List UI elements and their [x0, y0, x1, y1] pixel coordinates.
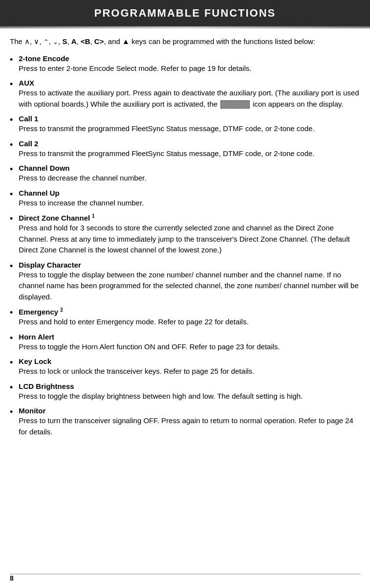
item-content: 2-tone Encode Press to enter 2-tone Enco…	[19, 54, 360, 74]
item-description: Press to toggle the display brightness b…	[19, 391, 360, 402]
bullet-icon: •	[10, 407, 13, 417]
bullet-icon: •	[10, 333, 13, 343]
bullet-icon: •	[10, 214, 13, 224]
item-description: Press and hold to enter Emergency mode. …	[19, 317, 360, 328]
list-item: • Horn Alert Press to toggle the Horn Al…	[10, 333, 360, 353]
bullet-icon: •	[10, 189, 13, 200]
page-number: 8	[10, 574, 14, 582]
list-item: • Monitor Press to turn the transceiver …	[10, 407, 360, 437]
item-title: Horn Alert	[19, 333, 54, 341]
item-title: Call 1	[19, 114, 38, 123]
intro-keys: ∧, ∨, ⌃, ⌄, S, A, <B, C>, and ▲	[24, 37, 130, 45]
item-title: Direct Zone Channel 1	[19, 214, 95, 222]
item-description: Press and hold for 3 seconds to store th…	[19, 223, 360, 256]
bullet-icon: •	[10, 79, 13, 90]
item-description: Press to lock or unlock the transceiver …	[19, 366, 360, 377]
item-description: Press to increase the channel number.	[19, 198, 360, 209]
item-description: Press to toggle the Horn Alert function …	[19, 341, 360, 353]
bullet-icon: •	[10, 55, 13, 65]
item-title: 2-tone Encode	[19, 54, 69, 63]
intro-text-before: The	[10, 37, 24, 45]
item-description: Press to activate the auxiliary port. Pr…	[19, 88, 360, 110]
list-item: • LCD Brightness Press to toggle the dis…	[10, 382, 360, 402]
list-item: • Channel Down Press to decrease the cha…	[10, 164, 360, 184]
item-content: Key Lock Press to lock or unlock the tra…	[19, 357, 360, 377]
item-title: AUX	[19, 79, 34, 87]
aux-display-icon: ▓▓▓▓▓▓▓▓	[220, 100, 249, 109]
item-description: Press to decrease the channel number.	[19, 173, 360, 184]
bottom-rule	[10, 574, 360, 574]
item-title: Emergency 2	[19, 308, 63, 316]
item-content: Monitor Press to turn the transceiver si…	[19, 407, 360, 437]
item-description: Press to transmit the programmed FleetSy…	[19, 148, 360, 159]
item-description: Press to toggle the display between the …	[19, 270, 360, 303]
item-content: Display Character Press to toggle the di…	[19, 261, 360, 303]
bullet-icon: •	[10, 308, 13, 318]
item-content: Channel Down Press to decrease the chann…	[19, 164, 360, 184]
bullet-icon: •	[10, 115, 13, 125]
bullet-icon: •	[10, 383, 13, 393]
item-content: Call 1 Press to transmit the programmed …	[19, 114, 360, 135]
item-title: LCD Brightness	[19, 382, 74, 390]
item-title: Key Lock	[19, 357, 51, 365]
item-content: Channel Up Press to increase the channel…	[19, 189, 360, 209]
list-item: • Display Character Press to toggle the …	[10, 261, 360, 303]
header-border	[0, 26, 370, 28]
item-title: Call 2	[19, 139, 38, 148]
intro-text-after: keys can be programmed with the function…	[131, 37, 315, 45]
list-item: • Channel Up Press to increase the chann…	[10, 189, 360, 209]
list-item: • Direct Zone Channel 1 Press and hold f…	[10, 213, 360, 256]
bullet-icon: •	[10, 140, 13, 150]
list-item: • Call 2 Press to transmit the programme…	[10, 139, 360, 159]
bullet-icon: •	[10, 261, 13, 271]
page-title: PROGRAMMABLE FUNCTIONS	[10, 7, 360, 20]
item-title: Channel Down	[19, 164, 69, 172]
items-list: • 2-tone Encode Press to enter 2-tone En…	[10, 54, 360, 438]
bullet-icon: •	[10, 164, 13, 175]
list-item: • AUX Press to activate the auxiliary po…	[10, 79, 360, 110]
item-title: Monitor	[19, 407, 45, 415]
list-item: • Emergency 2 Press and hold to enter Em…	[10, 307, 360, 328]
content-area: The ∧, ∨, ⌃, ⌄, S, A, <B, C>, and ▲ keys…	[0, 36, 370, 457]
item-content: Horn Alert Press to toggle the Horn Aler…	[19, 333, 360, 353]
header-section: PROGRAMMABLE FUNCTIONS	[0, 0, 370, 26]
item-description: Press to turn the transceiver signaling …	[19, 415, 360, 437]
item-content: Emergency 2 Press and hold to enter Emer…	[19, 307, 360, 328]
list-item: • 2-tone Encode Press to enter 2-tone En…	[10, 54, 360, 74]
list-item: • Key Lock Press to lock or unlock the t…	[10, 357, 360, 377]
bullet-icon: •	[10, 358, 13, 368]
item-title: Display Character	[19, 261, 81, 269]
item-description: Press to enter 2-tone Encode Select mode…	[19, 63, 360, 74]
item-content: LCD Brightness Press to toggle the displ…	[19, 382, 360, 402]
item-content: Direct Zone Channel 1 Press and hold for…	[19, 213, 360, 256]
list-item: • Call 1 Press to transmit the programme…	[10, 114, 360, 135]
item-title: Channel Up	[19, 189, 59, 197]
item-content: AUX Press to activate the auxiliary port…	[19, 79, 360, 110]
intro-paragraph: The ∧, ∨, ⌃, ⌄, S, A, <B, C>, and ▲ keys…	[10, 36, 360, 47]
item-content: Call 2 Press to transmit the programmed …	[19, 139, 360, 159]
page-wrapper: PROGRAMMABLE FUNCTIONS The ∧, ∨, ⌃, ⌄, S…	[0, 0, 370, 588]
item-description: Press to transmit the programmed FleetSy…	[19, 123, 360, 135]
